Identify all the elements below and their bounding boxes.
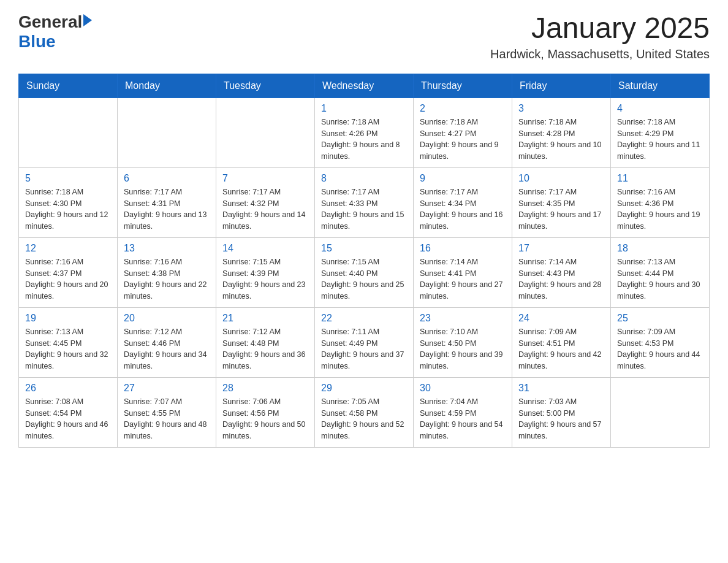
title-section: January 2025 Hardwick, Massachusetts, Un…: [490, 12, 710, 61]
calendar-cell: 16Sunrise: 7:14 AM Sunset: 4:41 PM Dayli…: [414, 237, 512, 307]
calendar-cell: [216, 98, 315, 167]
day-info: Sunrise: 7:03 AM Sunset: 5:00 PM Dayligh…: [518, 396, 604, 442]
day-info: Sunrise: 7:14 AM Sunset: 4:43 PM Dayligh…: [518, 256, 604, 302]
week-row-4: 19Sunrise: 7:13 AM Sunset: 4:45 PM Dayli…: [19, 307, 710, 377]
calendar-cell: 27Sunrise: 7:07 AM Sunset: 4:55 PM Dayli…: [118, 377, 216, 447]
day-number: 17: [518, 243, 604, 254]
month-title: January 2025: [490, 12, 710, 45]
day-number: 13: [124, 243, 210, 254]
day-info: Sunrise: 7:17 AM Sunset: 4:35 PM Dayligh…: [518, 186, 604, 232]
week-row-5: 26Sunrise: 7:08 AM Sunset: 4:54 PM Dayli…: [19, 377, 710, 447]
calendar-cell: 10Sunrise: 7:17 AM Sunset: 4:35 PM Dayli…: [512, 167, 611, 237]
day-number: 27: [124, 383, 210, 394]
calendar-cell: [611, 377, 710, 447]
logo-arrow-icon: [83, 14, 92, 26]
day-info: Sunrise: 7:18 AM Sunset: 4:27 PM Dayligh…: [420, 117, 506, 163]
day-info: Sunrise: 7:15 AM Sunset: 4:40 PM Dayligh…: [321, 256, 407, 302]
calendar-cell: 11Sunrise: 7:16 AM Sunset: 4:36 PM Dayli…: [611, 167, 710, 237]
calendar-cell: 8Sunrise: 7:17 AM Sunset: 4:33 PM Daylig…: [315, 167, 414, 237]
day-info: Sunrise: 7:05 AM Sunset: 4:58 PM Dayligh…: [321, 396, 407, 442]
calendar-cell: 1Sunrise: 7:18 AM Sunset: 4:26 PM Daylig…: [315, 98, 414, 167]
logo-general-text: General: [18, 12, 82, 32]
day-number: 30: [420, 383, 506, 394]
day-number: 14: [222, 243, 308, 254]
calendar-cell: 25Sunrise: 7:09 AM Sunset: 4:53 PM Dayli…: [611, 307, 710, 377]
day-number: 3: [518, 103, 604, 114]
day-info: Sunrise: 7:17 AM Sunset: 4:31 PM Dayligh…: [124, 186, 210, 232]
day-header-tuesday: Tuesday: [216, 74, 315, 98]
day-number: 4: [617, 103, 703, 114]
calendar-cell: 5Sunrise: 7:18 AM Sunset: 4:30 PM Daylig…: [19, 167, 118, 237]
day-number: 5: [25, 173, 111, 184]
location-text: Hardwick, Massachusetts, United States: [490, 47, 710, 61]
day-number: 18: [617, 243, 703, 254]
day-number: 15: [321, 243, 407, 254]
day-number: 6: [124, 173, 210, 184]
day-info: Sunrise: 7:13 AM Sunset: 4:45 PM Dayligh…: [25, 326, 111, 372]
calendar-cell: 15Sunrise: 7:15 AM Sunset: 4:40 PM Dayli…: [315, 237, 414, 307]
day-number: 10: [518, 173, 604, 184]
day-number: 1: [321, 103, 407, 114]
calendar-cell: 14Sunrise: 7:15 AM Sunset: 4:39 PM Dayli…: [216, 237, 315, 307]
day-number: 23: [420, 313, 506, 324]
day-info: Sunrise: 7:14 AM Sunset: 4:41 PM Dayligh…: [420, 256, 506, 302]
calendar-header-row: SundayMondayTuesdayWednesdayThursdayFrid…: [19, 74, 710, 98]
calendar-cell: 2Sunrise: 7:18 AM Sunset: 4:27 PM Daylig…: [414, 98, 512, 167]
calendar-cell: 7Sunrise: 7:17 AM Sunset: 4:32 PM Daylig…: [216, 167, 315, 237]
day-info: Sunrise: 7:17 AM Sunset: 4:33 PM Dayligh…: [321, 186, 407, 232]
calendar-cell: 3Sunrise: 7:18 AM Sunset: 4:28 PM Daylig…: [512, 98, 611, 167]
day-info: Sunrise: 7:06 AM Sunset: 4:56 PM Dayligh…: [222, 396, 308, 442]
day-info: Sunrise: 7:18 AM Sunset: 4:26 PM Dayligh…: [321, 117, 407, 163]
day-number: 9: [420, 173, 506, 184]
calendar-cell: 19Sunrise: 7:13 AM Sunset: 4:45 PM Dayli…: [19, 307, 118, 377]
day-info: Sunrise: 7:09 AM Sunset: 4:51 PM Dayligh…: [518, 326, 604, 372]
day-header-sunday: Sunday: [19, 74, 118, 98]
day-info: Sunrise: 7:07 AM Sunset: 4:55 PM Dayligh…: [124, 396, 210, 442]
day-info: Sunrise: 7:15 AM Sunset: 4:39 PM Dayligh…: [222, 256, 308, 302]
day-info: Sunrise: 7:04 AM Sunset: 4:59 PM Dayligh…: [420, 396, 506, 442]
day-number: 16: [420, 243, 506, 254]
day-info: Sunrise: 7:16 AM Sunset: 4:36 PM Dayligh…: [617, 186, 703, 232]
day-info: Sunrise: 7:10 AM Sunset: 4:50 PM Dayligh…: [420, 326, 506, 372]
day-header-friday: Friday: [512, 74, 611, 98]
day-number: 25: [617, 313, 703, 324]
day-info: Sunrise: 7:09 AM Sunset: 4:53 PM Dayligh…: [617, 326, 703, 372]
day-info: Sunrise: 7:18 AM Sunset: 4:29 PM Dayligh…: [617, 117, 703, 163]
day-info: Sunrise: 7:17 AM Sunset: 4:32 PM Dayligh…: [222, 186, 308, 232]
calendar-cell: 31Sunrise: 7:03 AM Sunset: 5:00 PM Dayli…: [512, 377, 611, 447]
day-info: Sunrise: 7:18 AM Sunset: 4:28 PM Dayligh…: [518, 117, 604, 163]
calendar-cell: 23Sunrise: 7:10 AM Sunset: 4:50 PM Dayli…: [414, 307, 512, 377]
calendar-cell: 13Sunrise: 7:16 AM Sunset: 4:38 PM Dayli…: [118, 237, 216, 307]
calendar-cell: 18Sunrise: 7:13 AM Sunset: 4:44 PM Dayli…: [611, 237, 710, 307]
day-number: 28: [222, 383, 308, 394]
calendar-cell: 6Sunrise: 7:17 AM Sunset: 4:31 PM Daylig…: [118, 167, 216, 237]
day-info: Sunrise: 7:11 AM Sunset: 4:49 PM Dayligh…: [321, 326, 407, 372]
day-number: 2: [420, 103, 506, 114]
week-row-3: 12Sunrise: 7:16 AM Sunset: 4:37 PM Dayli…: [19, 237, 710, 307]
calendar-cell: 20Sunrise: 7:12 AM Sunset: 4:46 PM Dayli…: [118, 307, 216, 377]
calendar-cell: 9Sunrise: 7:17 AM Sunset: 4:34 PM Daylig…: [414, 167, 512, 237]
calendar-cell: 21Sunrise: 7:12 AM Sunset: 4:48 PM Dayli…: [216, 307, 315, 377]
page-header: General Blue January 2025 Hardwick, Mass…: [18, 12, 710, 61]
calendar-cell: 4Sunrise: 7:18 AM Sunset: 4:29 PM Daylig…: [611, 98, 710, 167]
logo-blue-text: Blue: [18, 32, 56, 52]
day-info: Sunrise: 7:08 AM Sunset: 4:54 PM Dayligh…: [25, 396, 111, 442]
day-info: Sunrise: 7:18 AM Sunset: 4:30 PM Dayligh…: [25, 186, 111, 232]
day-header-thursday: Thursday: [414, 74, 512, 98]
day-info: Sunrise: 7:16 AM Sunset: 4:38 PM Dayligh…: [124, 256, 210, 302]
day-number: 11: [617, 173, 703, 184]
calendar-cell: 30Sunrise: 7:04 AM Sunset: 4:59 PM Dayli…: [414, 377, 512, 447]
day-number: 24: [518, 313, 604, 324]
calendar-cell: 26Sunrise: 7:08 AM Sunset: 4:54 PM Dayli…: [19, 377, 118, 447]
calendar-cell: 29Sunrise: 7:05 AM Sunset: 4:58 PM Dayli…: [315, 377, 414, 447]
day-number: 22: [321, 313, 407, 324]
day-number: 21: [222, 313, 308, 324]
day-number: 19: [25, 313, 111, 324]
calendar-cell: 12Sunrise: 7:16 AM Sunset: 4:37 PM Dayli…: [19, 237, 118, 307]
calendar-cell: 24Sunrise: 7:09 AM Sunset: 4:51 PM Dayli…: [512, 307, 611, 377]
day-info: Sunrise: 7:16 AM Sunset: 4:37 PM Dayligh…: [25, 256, 111, 302]
day-header-saturday: Saturday: [611, 74, 710, 98]
calendar-cell: 17Sunrise: 7:14 AM Sunset: 4:43 PM Dayli…: [512, 237, 611, 307]
calendar-cell: 28Sunrise: 7:06 AM Sunset: 4:56 PM Dayli…: [216, 377, 315, 447]
day-number: 29: [321, 383, 407, 394]
